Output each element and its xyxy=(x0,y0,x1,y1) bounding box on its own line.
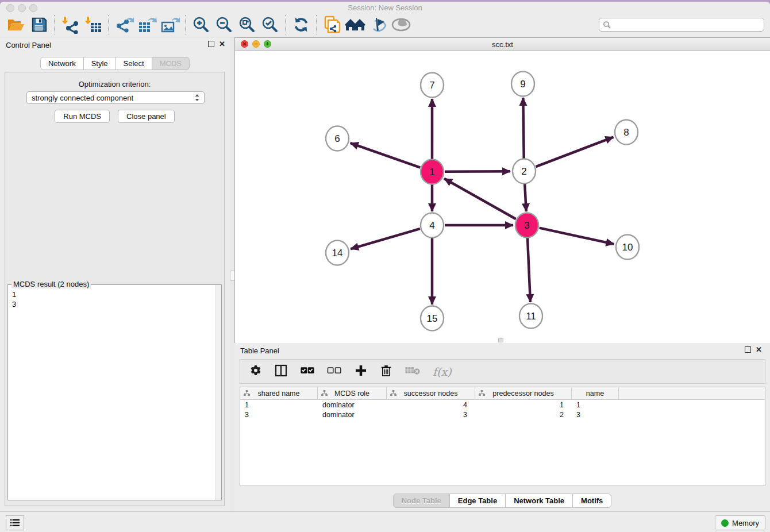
save-session-icon[interactable] xyxy=(28,14,51,35)
import-network-icon[interactable] xyxy=(59,14,82,35)
settings-gear-icon[interactable] xyxy=(249,364,262,379)
node-2[interactable]: 2 xyxy=(513,159,536,184)
zoom-in-icon[interactable] xyxy=(190,14,213,35)
hierarchy-icon xyxy=(390,390,396,396)
canvas-resize-grip[interactable] xyxy=(498,338,503,342)
toolbar-separator xyxy=(185,15,186,34)
table-cell[interactable]: 1 xyxy=(475,401,572,409)
table-cell[interactable]: 3 xyxy=(387,411,475,419)
tab-mcds[interactable]: MCDS xyxy=(152,57,190,70)
search-input[interactable] xyxy=(611,20,764,30)
node-10[interactable]: 10 xyxy=(616,235,639,260)
table-cell[interactable]: 1 xyxy=(572,401,619,409)
result-scrollbar[interactable] xyxy=(215,285,221,500)
column-header-mcds-role[interactable]: MCDS role xyxy=(318,387,387,399)
float-table-panel-icon[interactable] xyxy=(745,346,751,353)
close-panel-icon[interactable]: ✕ xyxy=(219,41,225,47)
table-row[interactable]: 1dominator411 xyxy=(240,400,765,410)
edge-1-6[interactable] xyxy=(351,143,421,168)
node-3[interactable]: 3 xyxy=(515,213,538,238)
zoom-out-icon[interactable] xyxy=(213,14,236,35)
column-header-successor-nodes[interactable]: successor nodes xyxy=(387,387,475,399)
ndex-import-icon[interactable] xyxy=(321,14,344,35)
node-9[interactable]: 9 xyxy=(511,72,534,97)
table-cell[interactable]: 3 xyxy=(240,411,318,419)
table-cell[interactable]: dominator xyxy=(318,411,387,419)
zoom-fit-icon[interactable] xyxy=(236,14,259,35)
titlebar: Session: New Session xyxy=(0,2,770,13)
search-icon xyxy=(603,21,611,29)
tab-network[interactable]: Network xyxy=(40,57,84,70)
column-header-predecessor-nodes[interactable]: predecessor nodes xyxy=(475,387,572,399)
delete-column-icon[interactable] xyxy=(380,364,392,380)
edge-2-3[interactable] xyxy=(525,184,526,211)
svg-text:9: 9 xyxy=(520,79,525,90)
ndex-home-icon[interactable] xyxy=(344,14,367,35)
main-toolbar xyxy=(0,13,770,37)
memory-button[interactable]: Memory xyxy=(715,515,765,530)
show-panels-button[interactable] xyxy=(6,515,24,530)
svg-text:14: 14 xyxy=(332,248,343,259)
tab-style[interactable]: Style xyxy=(84,57,116,70)
table-row[interactable]: 3dominator323 xyxy=(240,410,765,419)
edge-1-2[interactable] xyxy=(445,171,510,172)
add-column-icon[interactable] xyxy=(354,364,368,380)
mcds-panel: Optimization criterion: strongly connect… xyxy=(5,72,225,506)
export-image-icon[interactable] xyxy=(159,14,182,35)
mcds-result-list[interactable]: 1 3 xyxy=(8,285,221,309)
table-cell[interactable]: 2 xyxy=(475,411,572,419)
edge-4-14[interactable] xyxy=(351,229,420,249)
table-cell[interactable]: 3 xyxy=(572,411,619,419)
table-cell[interactable]: 1 xyxy=(240,401,318,409)
eye-slash-icon[interactable] xyxy=(367,14,390,35)
edge-3-10[interactable] xyxy=(539,228,614,244)
export-table-icon[interactable] xyxy=(136,14,159,35)
close-table-panel-icon[interactable]: ✕ xyxy=(756,346,762,353)
node-table[interactable]: shared name MCDS role successor nodes pr… xyxy=(240,387,765,486)
search-field[interactable] xyxy=(599,18,764,32)
node-6[interactable]: 6 xyxy=(326,126,349,151)
tab-node-table[interactable]: Node Table xyxy=(393,494,450,508)
node-11[interactable]: 11 xyxy=(519,304,542,329)
table-cell[interactable]: dominator xyxy=(318,401,387,409)
table-cell[interactable]: 4 xyxy=(387,401,475,409)
tab-edge-table[interactable]: Edge Table xyxy=(450,494,506,508)
tab-motifs[interactable]: Motifs xyxy=(573,494,611,508)
tab-select[interactable]: Select xyxy=(116,57,152,70)
edge-2-8[interactable] xyxy=(536,137,614,167)
node-14[interactable]: 14 xyxy=(326,241,349,265)
node-15[interactable]: 15 xyxy=(421,306,444,331)
run-mcds-button[interactable]: Run MCDS xyxy=(55,110,110,123)
optimization-criterion-label: Optimization criterion: xyxy=(5,80,224,88)
deselect-all-icon[interactable] xyxy=(327,365,342,378)
node-7[interactable]: 7 xyxy=(421,73,444,98)
zoom-selected-icon[interactable] xyxy=(259,14,282,35)
network-graph[interactable]: 7968124314101511 xyxy=(235,51,769,344)
node-8[interactable]: 8 xyxy=(615,120,638,145)
toolbar-separator xyxy=(54,15,55,34)
select-all-icon[interactable] xyxy=(300,365,315,378)
close-panel-button[interactable]: Close panel xyxy=(118,110,175,123)
optimization-criterion-select[interactable]: strongly connected component xyxy=(26,91,205,104)
tab-network-table[interactable]: Network Table xyxy=(506,494,573,508)
delete-table-icon xyxy=(405,365,421,379)
chevron-up-down-icon xyxy=(192,93,202,102)
network-window-titlebar[interactable]: ✕ − + scc.txt xyxy=(235,38,770,51)
edge-3-11[interactable] xyxy=(528,238,530,302)
show-graphics-details-icon[interactable] xyxy=(390,14,413,35)
edge-3-1[interactable] xyxy=(444,179,516,219)
mcds-result-box: MCDS result (2 nodes) 1 3 xyxy=(7,284,222,500)
column-header-name[interactable]: name xyxy=(572,387,619,399)
network-canvas[interactable]: 7968124314101511 xyxy=(235,51,770,344)
column-header-shared-name[interactable]: shared name xyxy=(240,387,318,399)
svg-text:8: 8 xyxy=(623,127,629,138)
export-network-icon[interactable] xyxy=(113,14,136,35)
open-session-icon[interactable] xyxy=(5,14,28,35)
import-table-icon[interactable] xyxy=(82,14,105,35)
node-1[interactable]: 1 xyxy=(421,160,444,184)
float-panel-icon[interactable] xyxy=(208,41,214,47)
refresh-view-icon[interactable] xyxy=(290,14,313,35)
node-4[interactable]: 4 xyxy=(421,213,444,238)
edge-2-9[interactable] xyxy=(523,98,523,159)
split-panel-icon[interactable] xyxy=(274,364,288,380)
